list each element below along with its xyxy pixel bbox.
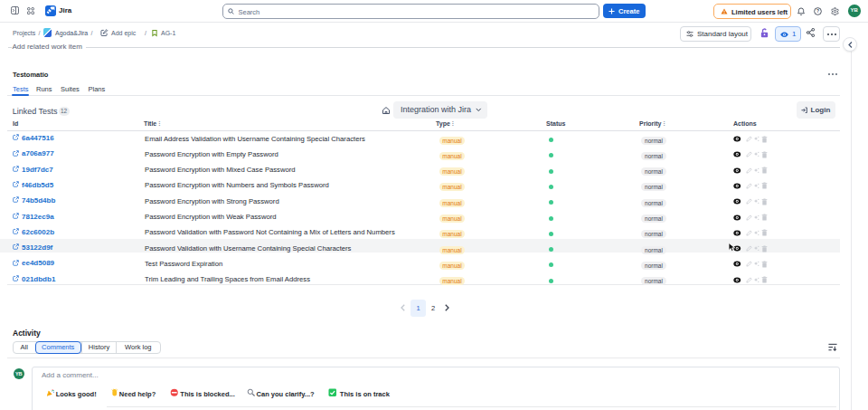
svg-text:?: ? (816, 9, 819, 14)
